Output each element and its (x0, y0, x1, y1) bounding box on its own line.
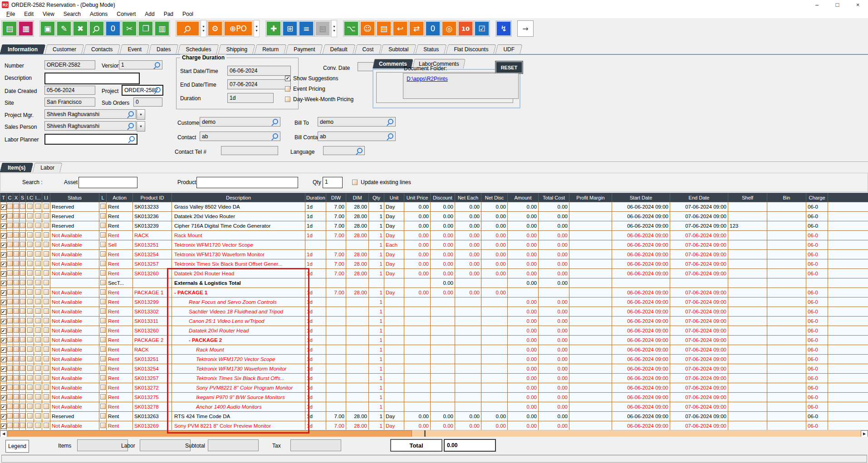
bill-to-field[interactable]: demo (318, 117, 396, 127)
duration-field[interactable]: 1d (227, 93, 274, 103)
version-search-icon[interactable] (155, 62, 160, 68)
unchecked-checkbox[interactable] (20, 327, 25, 333)
checkbox-cell[interactable] (34, 336, 42, 345)
checkbox-cell[interactable]: ✓ (0, 278, 7, 288)
unchecked-checkbox[interactable] (27, 404, 33, 409)
exit-icon[interactable]: → (518, 21, 533, 36)
checkbox-cell[interactable] (99, 345, 107, 355)
close-icon[interactable]: × (848, 0, 868, 10)
unchecked-checkbox[interactable] (27, 223, 33, 228)
unchecked-checkbox[interactable] (100, 251, 106, 257)
column-header-i-[interactable]: I... (34, 193, 42, 202)
column-header-charge[interactable]: Charge (806, 193, 828, 202)
tab-status[interactable]: Status (417, 44, 446, 54)
minimize-icon[interactable]: – (807, 0, 827, 10)
checkbox-cell[interactable] (26, 326, 34, 336)
column-header-net-each[interactable]: Net Each (455, 193, 481, 202)
checkbox-cell[interactable] (7, 421, 13, 430)
checkbox-cell[interactable] (42, 297, 50, 307)
checkbox-cell[interactable] (42, 278, 50, 288)
checkbox-cell[interactable] (99, 288, 107, 297)
unchecked-checkbox[interactable] (7, 204, 13, 209)
table-row[interactable]: ✓Not AvailableRentSK013257Tektronix Time… (0, 259, 868, 269)
language-search-icon[interactable] (357, 148, 363, 153)
unchecked-checkbox[interactable] (35, 223, 41, 228)
checkbox-cell[interactable]: ✓ (0, 231, 7, 240)
add-po-cart-icon[interactable]: ⊕PO (224, 21, 253, 36)
checkbox-cell[interactable] (26, 250, 34, 259)
unchecked-checkbox[interactable] (7, 308, 13, 314)
checkbox-cell[interactable] (13, 288, 20, 297)
unchecked-checkbox[interactable] (44, 299, 49, 304)
checkbox-cell[interactable] (42, 364, 50, 374)
checkbox-cell[interactable] (42, 307, 50, 317)
checkbox-cell[interactable] (7, 259, 13, 269)
checkbox-cell[interactable] (99, 250, 107, 259)
checked-checkbox[interactable]: ✓ (1, 271, 6, 277)
checkbox-cell[interactable]: ✓ (0, 336, 7, 345)
unchecked-checkbox[interactable] (100, 289, 106, 295)
checkbox-cell[interactable] (26, 269, 34, 278)
unchecked-checkbox[interactable] (27, 213, 33, 219)
unchecked-checkbox[interactable] (14, 375, 19, 380)
checkbox-cell[interactable] (20, 250, 26, 259)
tab-item-s-[interactable]: Item(s) (1, 163, 32, 172)
unchecked-checkbox[interactable] (35, 366, 41, 371)
unchecked-checkbox[interactable] (35, 280, 41, 285)
unchecked-checkbox[interactable] (7, 413, 13, 419)
menu-pad[interactable]: Pad (161, 10, 176, 18)
tab-return[interactable]: Return (255, 44, 285, 54)
unchecked-checkbox[interactable] (7, 299, 13, 304)
checkbox-cell[interactable]: ✓ (0, 297, 7, 307)
table-row[interactable]: ✓ReservedRentSK013263RTS 424 Time Code D… (0, 412, 868, 421)
unchecked-checkbox[interactable] (100, 280, 106, 285)
checked-checkbox[interactable]: ✓ (1, 243, 6, 248)
checked-checkbox[interactable]: ✓ (1, 347, 6, 353)
checkbox-cell[interactable] (26, 278, 34, 288)
items-total-field[interactable] (77, 439, 128, 451)
checkbox-cell[interactable] (34, 355, 42, 364)
checkbox-cell[interactable] (99, 336, 107, 345)
unchecked-checkbox[interactable] (100, 394, 106, 400)
sales-person-dropdown[interactable] (137, 121, 145, 132)
checkbox-cell[interactable] (99, 317, 107, 326)
unchecked-checkbox[interactable] (100, 204, 106, 209)
table-row[interactable]: ✓SecT...Externals & Logistics Total0.000… (0, 278, 868, 288)
checkbox-cell[interactable] (34, 240, 42, 250)
menu-pool[interactable]: Pool (180, 10, 196, 18)
legend-button[interactable]: Legend (5, 440, 29, 453)
tab-event[interactable]: Event (121, 44, 148, 54)
tab-dates[interactable]: Dates (150, 44, 177, 54)
unchecked-checkbox[interactable] (27, 375, 33, 380)
checkbox-cell[interactable] (42, 336, 50, 345)
unchecked-checkbox[interactable] (27, 337, 33, 342)
project-mgr-field[interactable]: Shivesh Raghuvanshi (44, 109, 136, 119)
checkbox-cell[interactable] (34, 412, 42, 421)
checkbox-cell[interactable] (7, 288, 13, 297)
checkbox-cell[interactable] (13, 240, 20, 250)
start-datetime-field[interactable]: 06-06-2024 (227, 66, 291, 76)
checkbox-cell[interactable] (20, 317, 26, 326)
unchecked-checkbox[interactable] (44, 251, 49, 257)
unchecked-checkbox[interactable] (44, 308, 49, 314)
column-header-s[interactable]: S (20, 193, 26, 202)
checkbox-cell[interactable] (7, 393, 13, 402)
unchecked-checkbox[interactable] (44, 356, 49, 361)
column-header-unit-price[interactable]: Unit Price (404, 193, 431, 202)
checked-checkbox[interactable]: ✓ (1, 414, 6, 419)
unchecked-checkbox[interactable] (14, 337, 19, 342)
checked-checkbox[interactable]: ✓ (1, 205, 6, 210)
unchecked-checkbox[interactable] (27, 299, 33, 304)
checkbox-cell[interactable] (42, 374, 50, 383)
record-count-icon[interactable]: 0 (105, 21, 121, 36)
checked-checkbox[interactable]: ✓ (1, 224, 6, 229)
unchecked-checkbox[interactable] (35, 213, 41, 219)
table-row[interactable]: ✓Not AvailableRentSK013251Tektronix WFM1… (0, 355, 868, 364)
checkbox-cell[interactable] (26, 355, 34, 364)
unchecked-checkbox[interactable] (44, 289, 49, 295)
checkbox-cell[interactable] (26, 259, 34, 269)
unchecked-checkbox[interactable] (20, 270, 25, 276)
unchecked-checkbox[interactable] (100, 327, 106, 333)
table-row[interactable]: ✓Not AvailableRentSK013260Datatek 20xl R… (0, 326, 868, 336)
unchecked-checkbox[interactable] (35, 261, 41, 266)
